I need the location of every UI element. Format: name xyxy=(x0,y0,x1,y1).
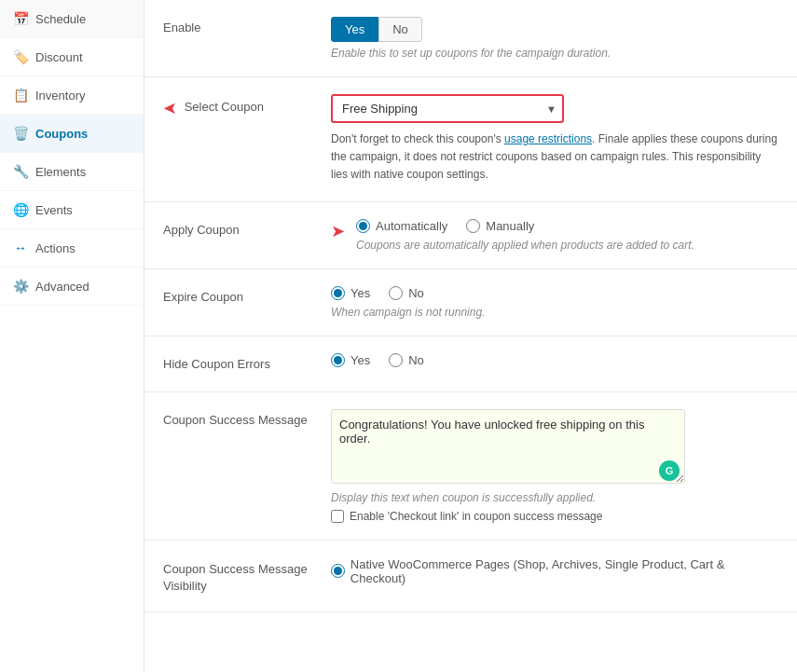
sidebar-item-coupons[interactable]: 🗑️ Coupons xyxy=(0,115,144,153)
grammarly-icon: G xyxy=(659,460,680,481)
usage-restrictions-link[interactable]: usage restrictions xyxy=(504,132,592,145)
expire-coupon-row: Expire Coupon Yes No When campaign is no… xyxy=(144,269,797,336)
sidebar: 📅 Schedule 🏷️ Discount 📋 Inventory 🗑️ Co… xyxy=(0,0,144,672)
advanced-icon: ⚙️ xyxy=(13,279,28,294)
sidebar-item-label: Advanced xyxy=(35,280,89,294)
schedule-icon: 📅 xyxy=(13,11,28,26)
visibility-row: Coupon Success Message Visibility Native… xyxy=(144,541,797,612)
enable-row: Enable Yes No Enable this to set up coup… xyxy=(144,0,797,77)
coupon-note: Don't forget to check this coupon's usag… xyxy=(331,130,778,185)
sidebar-item-schedule[interactable]: 📅 Schedule xyxy=(0,0,144,38)
hide-errors-label: Hide Coupon Errors xyxy=(163,353,331,371)
checkout-link-checkbox[interactable] xyxy=(331,510,344,523)
apply-options: Automatically Manually Coupons are autom… xyxy=(356,219,694,252)
enable-label: Enable xyxy=(163,17,331,34)
success-msg-label: Coupon Success Message xyxy=(163,409,331,427)
hide-errors-control: Yes No xyxy=(331,353,778,373)
apply-auto-radio[interactable] xyxy=(356,219,370,233)
visibility-control: Native WooCommerce Pages (Shop, Archives… xyxy=(331,557,778,585)
apply-coupon-control: ➤ Automatically Manually xyxy=(331,219,778,252)
expire-no-option[interactable]: No xyxy=(389,286,424,300)
hide-yes-label: Yes xyxy=(350,353,370,367)
coupon-select[interactable]: Free Shipping xyxy=(331,94,564,123)
coupons-icon: 🗑️ xyxy=(13,126,28,141)
apply-red-arrow-icon: ➤ xyxy=(331,221,345,241)
red-arrow-icon: ➤ xyxy=(163,98,177,118)
hide-yes-option[interactable]: Yes xyxy=(331,353,370,367)
sidebar-item-label: Actions xyxy=(35,241,76,255)
success-msg-textarea[interactable]: Congratulations! You have unlocked free … xyxy=(331,409,685,484)
sidebar-item-label: Elements xyxy=(35,165,86,179)
sidebar-item-discount[interactable]: 🏷️ Discount xyxy=(0,38,144,76)
apply-auto-label: Automatically xyxy=(376,219,447,233)
expire-radio-group: Yes No xyxy=(331,286,778,300)
hide-no-radio[interactable] xyxy=(389,353,403,367)
expire-no-label: No xyxy=(408,286,424,300)
sidebar-item-inventory[interactable]: 📋 Inventory xyxy=(0,76,144,115)
apply-radio-group: Automatically Manually xyxy=(356,219,694,233)
success-msg-control: Congratulations! You have unlocked free … xyxy=(331,409,778,523)
checkout-link-option[interactable]: Enable 'Checkout link' in coupon success… xyxy=(331,510,778,523)
expire-coupon-label: Expire Coupon xyxy=(163,286,331,304)
textarea-wrapper: Congratulations! You have unlocked free … xyxy=(331,409,685,487)
hide-errors-radio-group: Yes No xyxy=(331,353,778,367)
select-coupon-label: ➤ Select Coupon xyxy=(163,94,331,118)
visibility-native-label: Native WooCommerce Pages (Shop, Archives… xyxy=(350,557,778,585)
elements-icon: 🔧 xyxy=(13,164,28,179)
success-msg-row: Coupon Success Message Congratulations! … xyxy=(144,392,797,541)
expire-yes-option[interactable]: Yes xyxy=(331,286,370,300)
select-coupon-control: Free Shipping ▼ Don't forget to check th… xyxy=(331,94,778,185)
expire-yes-label: Yes xyxy=(350,286,370,300)
apply-coupon-row: Apply Coupon ➤ Automatically Manually xyxy=(144,202,797,269)
main-content: Enable Yes No Enable this to set up coup… xyxy=(144,0,797,672)
apply-manual-option[interactable]: Manually xyxy=(466,219,534,233)
enable-yes-button[interactable]: Yes xyxy=(331,17,378,42)
hide-yes-radio[interactable] xyxy=(331,353,345,367)
sidebar-item-label: Events xyxy=(35,203,73,217)
expire-yes-radio[interactable] xyxy=(331,286,345,300)
hide-no-option[interactable]: No xyxy=(389,353,424,367)
sidebar-item-label: Discount xyxy=(35,50,83,64)
checkout-link-label: Enable 'Checkout link' in coupon success… xyxy=(350,510,602,523)
hide-no-label: No xyxy=(408,353,424,367)
apply-manual-label: Manually xyxy=(486,219,534,233)
hide-errors-row: Hide Coupon Errors Yes No xyxy=(144,336,797,392)
inventory-icon: 📋 xyxy=(13,88,28,103)
enable-hint: Enable this to set up coupons for the ca… xyxy=(331,47,778,60)
apply-hint: Coupons are automatically applied when p… xyxy=(356,239,694,252)
expire-no-radio[interactable] xyxy=(389,286,403,300)
actions-icon: ↔️ xyxy=(13,240,28,255)
sidebar-item-actions[interactable]: ↔️ Actions xyxy=(0,229,144,267)
apply-auto-option[interactable]: Automatically xyxy=(356,219,447,233)
sidebar-item-elements[interactable]: 🔧 Elements xyxy=(0,153,144,191)
sidebar-item-events[interactable]: 🌐 Events xyxy=(0,191,144,229)
enable-toggle-group: Yes No xyxy=(331,17,778,42)
coupon-select-wrapper: Free Shipping ▼ xyxy=(331,94,564,123)
discount-icon: 🏷️ xyxy=(13,49,28,64)
events-icon: 🌐 xyxy=(13,202,28,217)
expire-coupon-control: Yes No When campaign is not running. xyxy=(331,286,778,319)
sidebar-item-label: Coupons xyxy=(35,127,88,141)
apply-coupon-label: Apply Coupon xyxy=(163,219,331,237)
expire-hint: When campaign is not running. xyxy=(331,306,778,319)
sidebar-item-advanced[interactable]: ⚙️ Advanced xyxy=(0,267,144,306)
visibility-label: Coupon Success Message Visibility xyxy=(163,557,331,595)
visibility-native-option[interactable]: Native WooCommerce Pages (Shop, Archives… xyxy=(331,557,778,585)
sidebar-item-label: Inventory xyxy=(35,89,85,103)
visibility-radio[interactable] xyxy=(331,564,345,578)
select-coupon-row: ➤ Select Coupon Free Shipping ▼ Don't fo… xyxy=(144,77,797,202)
success-msg-hint: Display this text when coupon is success… xyxy=(331,491,778,504)
apply-manual-radio[interactable] xyxy=(466,219,480,233)
apply-row-content: ➤ Automatically Manually xyxy=(331,219,778,252)
enable-control: Yes No Enable this to set up coupons for… xyxy=(331,17,778,60)
sidebar-item-label: Schedule xyxy=(35,12,86,26)
enable-no-button[interactable]: No xyxy=(378,17,422,42)
